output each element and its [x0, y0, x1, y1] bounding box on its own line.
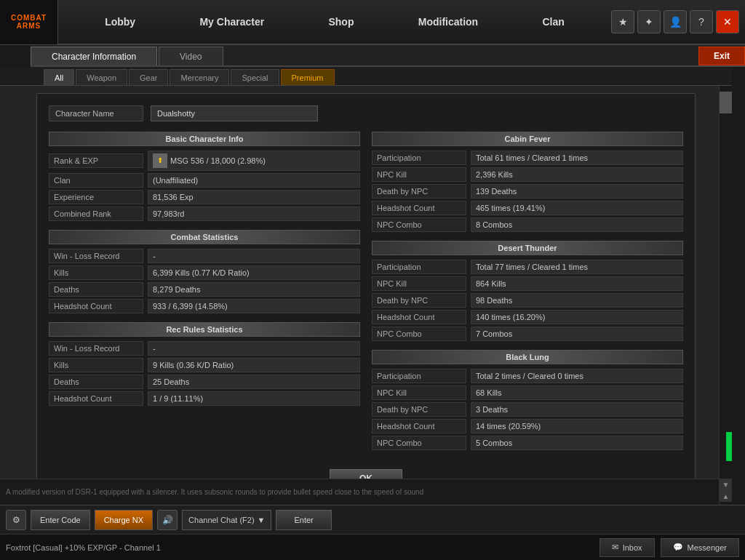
- nav-icons: ★ ✦ 👤 ? ✕: [611, 10, 745, 33]
- cf-npc-kill-label: NPC Kill: [372, 167, 466, 182]
- nav-my-character[interactable]: My Character: [188, 13, 276, 31]
- scroll-down-arrow[interactable]: ▼: [720, 479, 732, 490]
- help-icon[interactable]: ?: [690, 10, 713, 33]
- nav-shop[interactable]: Shop: [316, 13, 365, 31]
- combat-stats-section: Combat Statistics Win - Loss Record - Ki…: [49, 230, 360, 313]
- dialog: Character Name Dualshotty Basic Characte…: [36, 93, 696, 500]
- dt-participation-row: Participation Total 77 times / Cleared 1…: [372, 260, 683, 274]
- cf-participation-row: Participation Total 61 times / Cleared 1…: [372, 151, 683, 165]
- settings-icon[interactable]: ✦: [637, 10, 661, 33]
- experience-row: Experience 81,536 Exp: [49, 190, 360, 204]
- combined-rank-row: Combined Rank 97,983rd: [49, 207, 360, 221]
- favorites-icon[interactable]: ★: [611, 10, 634, 33]
- bl-death-npc-value: 3 Deaths: [471, 402, 683, 417]
- rec-wl-value: -: [148, 341, 360, 356]
- inbox-icon: ✉: [612, 543, 618, 552]
- combined-rank-label: Combined Rank: [49, 207, 143, 221]
- black-lung-title: Black Lung: [372, 350, 683, 364]
- nav-clan[interactable]: Clan: [530, 13, 575, 31]
- scroll-up-arrow[interactable]: ▲: [720, 490, 732, 502]
- basic-info-section: Basic Character Info Rank & EXP ⬆ MSG 53…: [49, 132, 360, 221]
- rank-exp-value: ⬆ MSG 536 / 18,000 (2.98%): [148, 151, 360, 171]
- status-bar: Foxtrot [Casual] +10% EXP/GP - Channel 1…: [0, 534, 745, 560]
- bl-participation-value: Total 2 times / Cleared 0 times: [471, 369, 683, 383]
- combat-deaths-row: Deaths 8,279 Deaths: [49, 282, 360, 297]
- profile-icon[interactable]: 👤: [664, 10, 687, 33]
- cf-hs-row: Headshot Count 465 times (19.41%): [372, 201, 683, 215]
- dt-death-npc-value: 98 Deaths: [471, 293, 683, 308]
- desert-thunder-title: Desert Thunder: [372, 241, 683, 255]
- char-name-value: Dualshotty: [151, 105, 318, 121]
- sub-tab-weapon[interactable]: Weapon: [76, 69, 127, 85]
- sound-icon[interactable]: 🔊: [157, 510, 178, 530]
- cabin-fever-section: Cabin Fever Participation Total 61 times…: [372, 132, 683, 232]
- combat-wl-row: Win - Loss Record -: [49, 249, 360, 263]
- cf-npc-kill-row: NPC Kill 2,396 Kills: [372, 167, 683, 182]
- channel-chat-label: Channel Chat (F2): [188, 516, 255, 524]
- nav-lobby[interactable]: Lobby: [93, 13, 147, 31]
- charge-nx-button[interactable]: Charge NX: [95, 510, 153, 530]
- channel-dropdown-arrow[interactable]: ▼: [258, 516, 266, 524]
- black-lung-section: Black Lung Participation Total 2 times /…: [372, 350, 683, 450]
- sub-tab-all[interactable]: All: [44, 69, 74, 85]
- scrollbar-thumb[interactable]: [720, 92, 732, 113]
- enter-code-button[interactable]: Enter Code: [31, 510, 90, 530]
- messenger-button[interactable]: 💬 Messenger: [661, 538, 739, 557]
- combat-stats-title: Combat Statistics: [49, 230, 360, 244]
- sub-tab-bar: All Weapon Gear Mercenary Special Premiu…: [0, 67, 732, 86]
- dt-death-npc-row: Death by NPC 98 Deaths: [372, 293, 683, 308]
- sub-tab-mercenary[interactable]: Mercenary: [170, 69, 229, 85]
- messenger-label: Messenger: [688, 543, 727, 552]
- dt-death-npc-label: Death by NPC: [372, 293, 466, 308]
- dt-hs-label: Headshot Count: [372, 310, 466, 324]
- channel-chat-select[interactable]: Channel Chat (F2) ▼: [182, 510, 271, 530]
- nav-modification[interactable]: Modification: [407, 13, 490, 31]
- dt-hs-row: Headshot Count 140 times (16.20%): [372, 310, 683, 324]
- rec-kills-label: Kills: [49, 358, 143, 372]
- rec-hs-value: 1 / 9 (11.11%): [148, 391, 360, 406]
- combat-wl-label: Win - Loss Record: [49, 249, 143, 263]
- scrollbar-track: ▼ ▲: [719, 86, 732, 505]
- settings-bottom-icon[interactable]: ⚙: [6, 510, 26, 530]
- rank-exp-label: Rank & EXP: [49, 153, 143, 168]
- green-bar: [726, 417, 732, 461]
- combat-kills-row: Kills 6,399 Kills (0.77 K/D Ratio): [49, 265, 360, 280]
- dt-hs-value: 140 times (16.20%): [471, 310, 683, 324]
- messenger-icon: 💬: [673, 543, 683, 552]
- sub-tab-special[interactable]: Special: [231, 69, 279, 85]
- desert-thunder-section: Desert Thunder Participation Total 77 ti…: [372, 241, 683, 341]
- bl-hs-label: Headshot Count: [372, 419, 466, 433]
- rec-kills-row: Kills 9 Kills (0.36 K/D Ratio): [49, 358, 360, 372]
- bl-npc-kill-label: NPC Kill: [372, 385, 466, 400]
- cf-combo-value: 8 Combos: [471, 217, 683, 232]
- experience-label: Experience: [49, 190, 143, 204]
- bottom-bar: ⚙ Enter Code Charge NX 🔊 Channel Chat (F…: [0, 505, 745, 534]
- exit-button[interactable]: Exit: [698, 47, 745, 65]
- sub-tab-gear[interactable]: Gear: [129, 69, 168, 85]
- cf-combo-label: NPC Combo: [372, 217, 466, 232]
- sub-tab-premium[interactable]: Premium: [281, 69, 335, 85]
- cf-hs-label: Headshot Count: [372, 201, 466, 215]
- inbox-button[interactable]: ✉ Inbox: [599, 538, 655, 557]
- combat-deaths-value: 8,279 Deaths: [148, 282, 360, 297]
- combat-deaths-label: Deaths: [49, 282, 143, 297]
- rec-wl-row: Win - Loss Record -: [49, 341, 360, 356]
- rec-deaths-row: Deaths 25 Deaths: [49, 375, 360, 389]
- enter-button[interactable]: Enter: [276, 510, 331, 530]
- cf-participation-value: Total 61 times / Cleared 1 times: [471, 151, 683, 165]
- green-fill: [726, 432, 732, 461]
- tab-character-info[interactable]: Character Information: [31, 47, 157, 65]
- rank-exp-row: Rank & EXP ⬆ MSG 536 / 18,000 (2.98%): [49, 151, 360, 171]
- cf-npc-kill-value: 2,396 Kills: [471, 167, 683, 182]
- rec-rules-section: Rec Rules Statistics Win - Loss Record -…: [49, 322, 360, 406]
- dt-combo-row: NPC Combo 7 Combos: [372, 327, 683, 341]
- content-area: All Weapon Gear Mercenary Special Premiu…: [0, 67, 732, 505]
- dt-participation-value: Total 77 times / Cleared 1 times: [471, 260, 683, 274]
- cf-death-npc-value: 139 Deaths: [471, 184, 683, 199]
- close-icon[interactable]: ✕: [716, 10, 739, 33]
- clan-value: (Unaffiliated): [148, 173, 360, 188]
- bl-combo-row: NPC Combo 5 Combos: [372, 436, 683, 450]
- cf-participation-label: Participation: [372, 151, 466, 165]
- cabin-fever-title: Cabin Fever: [372, 132, 683, 146]
- tab-video[interactable]: Video: [159, 47, 223, 65]
